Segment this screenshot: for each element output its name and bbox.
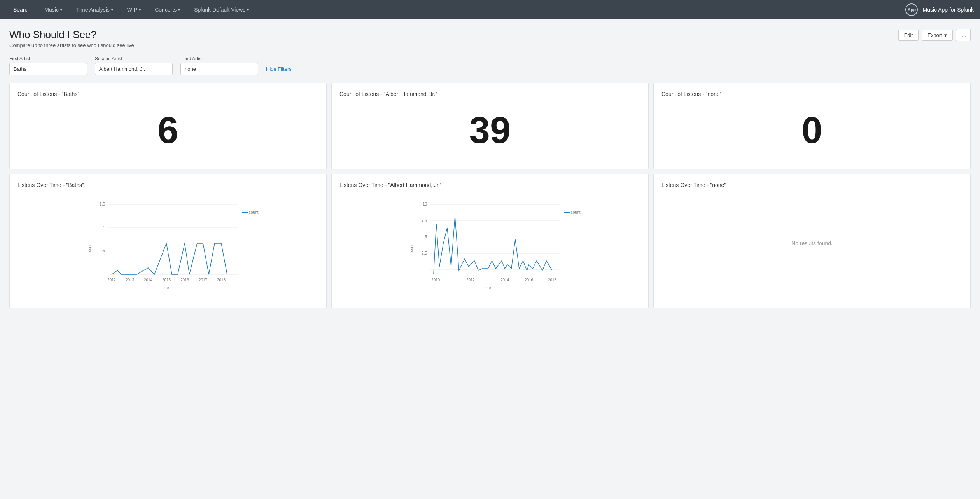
svg-text:2018: 2018 bbox=[548, 278, 557, 282]
nav-search[interactable]: Search bbox=[6, 0, 37, 19]
page-subtitle: Compare up to three artists to see who I… bbox=[9, 42, 135, 48]
nav-concerts-label: Concerts bbox=[155, 7, 177, 13]
third-artist-group: Third Artist bbox=[180, 56, 258, 75]
chart-albert-container: 10 7.5 5 2.5 count count 2010 bbox=[340, 193, 640, 302]
chart-cards-grid: Listens Over Time - "Baths" 1.5 1 0.5 co… bbox=[9, 174, 971, 308]
nav-splunk-default-chevron: ▾ bbox=[247, 8, 249, 12]
chart-albert-svg: 10 7.5 5 2.5 count count 2010 bbox=[340, 193, 640, 298]
svg-text:2018: 2018 bbox=[217, 278, 226, 282]
chart-card-baths: Listens Over Time - "Baths" 1.5 1 0.5 co… bbox=[9, 174, 327, 308]
second-artist-label: Second Artist bbox=[95, 56, 173, 61]
export-button[interactable]: Export ▾ bbox=[922, 30, 953, 41]
count-cards-grid: Count of Listens - "Baths" 6 Count of Li… bbox=[9, 83, 971, 169]
count-card-baths: Count of Listens - "Baths" 6 bbox=[9, 83, 327, 169]
first-artist-input[interactable] bbox=[9, 63, 87, 75]
svg-text:_time: _time bbox=[159, 286, 169, 290]
svg-text:2010: 2010 bbox=[431, 278, 440, 282]
nav-items: Search Music ▾ Time Analysis ▾ WIP ▾ Con… bbox=[6, 0, 905, 19]
count-card-albert-title: Count of Listens - "Albert Hammond, Jr." bbox=[340, 91, 640, 97]
count-card-baths-value: 6 bbox=[18, 102, 318, 162]
chart-baths-container: 1.5 1 0.5 count count 201 bbox=[18, 193, 318, 302]
chart-card-none: Listens Over Time - "none" No results fo… bbox=[653, 174, 971, 308]
chart-albert-legend-label: count bbox=[571, 210, 581, 215]
nav-music-label: Music bbox=[44, 7, 59, 13]
count-card-none-value: 0 bbox=[662, 102, 962, 162]
app-icon: App bbox=[905, 3, 918, 16]
svg-text:2017: 2017 bbox=[199, 278, 208, 282]
nav-time-analysis-label: Time Analysis bbox=[76, 7, 110, 13]
svg-text:2015: 2015 bbox=[162, 278, 171, 282]
export-label: Export bbox=[928, 32, 942, 38]
svg-text:2013: 2013 bbox=[126, 278, 135, 282]
hide-filters-link[interactable]: Hide Filters bbox=[266, 66, 292, 75]
more-button[interactable]: ... bbox=[956, 29, 971, 41]
third-artist-input[interactable] bbox=[180, 63, 258, 75]
svg-text:1: 1 bbox=[103, 225, 105, 230]
nav-wip-label: WIP bbox=[127, 7, 137, 13]
filters-row: First Artist Second Artist Third Artist … bbox=[9, 56, 971, 75]
count-card-albert-value: 39 bbox=[340, 102, 640, 162]
first-artist-label: First Artist bbox=[9, 56, 87, 61]
nav-wip-chevron: ▾ bbox=[139, 8, 141, 12]
nav-concerts-chevron: ▾ bbox=[178, 8, 180, 12]
nav-concerts[interactable]: Concerts ▾ bbox=[148, 0, 187, 19]
nav-right: App Music App for Splunk bbox=[905, 3, 974, 16]
edit-button[interactable]: Edit bbox=[898, 30, 919, 41]
svg-text:7.5: 7.5 bbox=[422, 218, 427, 223]
svg-text:0.5: 0.5 bbox=[100, 249, 105, 253]
chart-card-albert: Listens Over Time - "Albert Hammond, Jr.… bbox=[331, 174, 649, 308]
chart-card-baths-title: Listens Over Time - "Baths" bbox=[18, 182, 318, 188]
page-title: Who Should I See? bbox=[9, 29, 135, 41]
svg-text:_time: _time bbox=[481, 286, 491, 290]
chart-card-none-title: Listens Over Time - "none" bbox=[662, 182, 962, 188]
chart-baths-svg: 1.5 1 0.5 count count 201 bbox=[18, 193, 318, 298]
count-card-albert: Count of Listens - "Albert Hammond, Jr."… bbox=[331, 83, 649, 169]
first-artist-group: First Artist bbox=[9, 56, 87, 75]
svg-text:2016: 2016 bbox=[180, 278, 189, 282]
svg-text:2016: 2016 bbox=[525, 278, 534, 282]
no-results-message: No results found. bbox=[662, 193, 962, 294]
export-chevron-icon: ▾ bbox=[944, 32, 947, 38]
second-artist-input[interactable] bbox=[95, 63, 173, 75]
svg-text:count: count bbox=[88, 242, 92, 252]
count-card-none-title: Count of Listens - "none" bbox=[662, 91, 962, 97]
svg-text:5: 5 bbox=[425, 235, 427, 239]
nav-splunk-default-label: Splunk Default Views bbox=[194, 7, 245, 13]
main-content: Who Should I See? Compare up to three ar… bbox=[0, 19, 980, 314]
chart-baths-legend-label: count bbox=[249, 210, 259, 215]
navigation: Search Music ▾ Time Analysis ▾ WIP ▾ Con… bbox=[0, 0, 980, 19]
app-title: Music App for Splunk bbox=[922, 7, 974, 13]
second-artist-group: Second Artist bbox=[95, 56, 173, 75]
third-artist-label: Third Artist bbox=[180, 56, 258, 61]
chart-card-albert-title: Listens Over Time - "Albert Hammond, Jr.… bbox=[340, 182, 640, 188]
count-card-none: Count of Listens - "none" 0 bbox=[653, 83, 971, 169]
nav-search-label: Search bbox=[13, 7, 30, 13]
svg-text:2012: 2012 bbox=[466, 278, 475, 282]
page-header: Who Should I See? Compare up to three ar… bbox=[9, 29, 971, 48]
nav-music-chevron: ▾ bbox=[60, 8, 62, 12]
nav-time-analysis[interactable]: Time Analysis ▾ bbox=[69, 0, 120, 19]
page-header-left: Who Should I See? Compare up to three ar… bbox=[9, 29, 135, 48]
nav-splunk-default[interactable]: Splunk Default Views ▾ bbox=[187, 0, 256, 19]
count-card-baths-title: Count of Listens - "Baths" bbox=[18, 91, 318, 97]
svg-text:2014: 2014 bbox=[144, 278, 153, 282]
nav-time-analysis-chevron: ▾ bbox=[111, 8, 113, 12]
svg-text:2.5: 2.5 bbox=[422, 251, 427, 255]
svg-text:2012: 2012 bbox=[107, 278, 116, 282]
page-actions: Edit Export ▾ ... bbox=[898, 29, 971, 41]
svg-text:10: 10 bbox=[423, 202, 427, 206]
svg-text:2014: 2014 bbox=[500, 278, 509, 282]
nav-music[interactable]: Music ▾ bbox=[37, 0, 69, 19]
nav-wip[interactable]: WIP ▾ bbox=[120, 0, 148, 19]
svg-text:1.5: 1.5 bbox=[100, 202, 105, 206]
svg-text:count: count bbox=[410, 242, 414, 252]
